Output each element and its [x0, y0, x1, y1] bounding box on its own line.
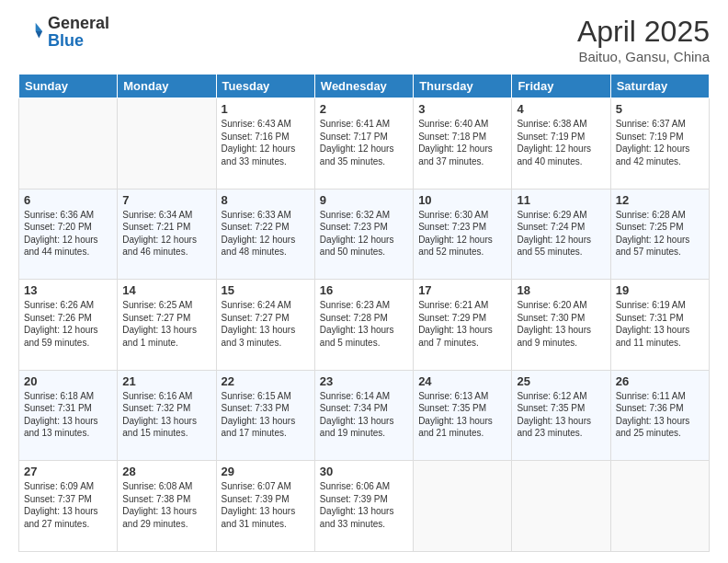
calendar-cell: 14Sunrise: 6:25 AM Sunset: 7:27 PM Dayli…	[118, 280, 216, 371]
calendar-cell: 25Sunrise: 6:12 AM Sunset: 7:35 PM Dayli…	[512, 370, 610, 461]
calendar-cell: 17Sunrise: 6:21 AM Sunset: 7:29 PM Dayli…	[414, 280, 512, 371]
cell-day-number: 8	[222, 193, 310, 207]
cell-info: Sunrise: 6:32 AM Sunset: 7:23 PM Dayligh…	[320, 209, 408, 259]
cell-info: Sunrise: 6:23 AM Sunset: 7:28 PM Dayligh…	[320, 299, 408, 349]
cell-info: Sunrise: 6:29 AM Sunset: 7:24 PM Dayligh…	[517, 209, 605, 259]
main-title: April 2025	[577, 15, 710, 49]
cell-day-number: 15	[222, 283, 310, 297]
calendar-cell: 30Sunrise: 6:06 AM Sunset: 7:39 PM Dayli…	[314, 461, 413, 552]
calendar-cell: 2Sunrise: 6:41 AM Sunset: 7:17 PM Daylig…	[314, 98, 413, 190]
calendar-cell: 3Sunrise: 6:40 AM Sunset: 7:18 PM Daylig…	[414, 98, 512, 190]
col-header-wednesday: Wednesday	[314, 75, 413, 98]
calendar-cell: 10Sunrise: 6:30 AM Sunset: 7:23 PM Dayli…	[414, 189, 512, 280]
calendar-cell: 21Sunrise: 6:16 AM Sunset: 7:32 PM Dayli…	[118, 370, 216, 461]
cell-info: Sunrise: 6:34 AM Sunset: 7:21 PM Dayligh…	[122, 209, 210, 259]
calendar-cell: 8Sunrise: 6:33 AM Sunset: 7:22 PM Daylig…	[216, 189, 314, 280]
cell-info: Sunrise: 6:30 AM Sunset: 7:23 PM Dayligh…	[418, 209, 506, 259]
cell-info: Sunrise: 6:37 AM Sunset: 7:19 PM Dayligh…	[616, 118, 704, 167]
col-header-tuesday: Tuesday	[216, 75, 314, 98]
header: General Blue April 2025 Baituo, Gansu, C…	[18, 15, 710, 64]
cell-day-number: 2	[320, 102, 408, 116]
calendar-cell	[118, 98, 216, 190]
cell-info: Sunrise: 6:08 AM Sunset: 7:38 PM Dayligh…	[122, 480, 210, 530]
cell-day-number: 4	[517, 102, 605, 116]
cell-day-number: 13	[24, 283, 112, 297]
logo: General Blue	[18, 15, 109, 50]
cell-info: Sunrise: 6:14 AM Sunset: 7:34 PM Dayligh…	[320, 390, 408, 440]
cell-day-number: 19	[616, 283, 704, 297]
calendar-cell: 18Sunrise: 6:20 AM Sunset: 7:30 PM Dayli…	[512, 280, 610, 371]
title-block: April 2025 Baituo, Gansu, China	[577, 15, 710, 64]
calendar-cell: 19Sunrise: 6:19 AM Sunset: 7:31 PM Dayli…	[610, 280, 709, 371]
cell-day-number: 24	[418, 374, 506, 388]
cell-day-number: 21	[122, 374, 210, 388]
cell-day-number: 9	[320, 193, 408, 207]
logo-icon	[18, 19, 44, 45]
calendar-cell: 4Sunrise: 6:38 AM Sunset: 7:19 PM Daylig…	[512, 98, 610, 190]
cell-day-number: 30	[320, 465, 408, 478]
calendar-cell: 15Sunrise: 6:24 AM Sunset: 7:27 PM Dayli…	[216, 280, 314, 371]
svg-marker-0	[36, 23, 42, 31]
cell-day-number: 20	[24, 374, 112, 388]
cell-day-number: 27	[24, 465, 112, 478]
cell-day-number: 23	[320, 374, 408, 388]
cell-info: Sunrise: 6:12 AM Sunset: 7:35 PM Dayligh…	[517, 390, 605, 440]
cell-info: Sunrise: 6:18 AM Sunset: 7:31 PM Dayligh…	[24, 390, 112, 440]
logo-text: General Blue	[48, 15, 109, 50]
calendar-cell	[414, 461, 512, 552]
col-header-saturday: Saturday	[610, 75, 709, 98]
svg-marker-1	[36, 31, 42, 38]
cell-info: Sunrise: 6:36 AM Sunset: 7:20 PM Dayligh…	[24, 209, 112, 259]
col-header-thursday: Thursday	[414, 75, 512, 98]
calendar-cell: 12Sunrise: 6:28 AM Sunset: 7:25 PM Dayli…	[610, 189, 709, 280]
cell-info: Sunrise: 6:06 AM Sunset: 7:39 PM Dayligh…	[320, 480, 408, 530]
cell-day-number: 10	[418, 193, 506, 207]
calendar-cell: 6Sunrise: 6:36 AM Sunset: 7:20 PM Daylig…	[19, 189, 118, 280]
cell-info: Sunrise: 6:41 AM Sunset: 7:17 PM Dayligh…	[320, 118, 408, 167]
cell-info: Sunrise: 6:43 AM Sunset: 7:16 PM Dayligh…	[222, 118, 310, 167]
calendar-cell: 22Sunrise: 6:15 AM Sunset: 7:33 PM Dayli…	[216, 370, 314, 461]
calendar-cell: 1Sunrise: 6:43 AM Sunset: 7:16 PM Daylig…	[216, 98, 314, 190]
cell-info: Sunrise: 6:16 AM Sunset: 7:32 PM Dayligh…	[122, 390, 210, 440]
cell-info: Sunrise: 6:26 AM Sunset: 7:26 PM Dayligh…	[24, 299, 112, 349]
col-header-friday: Friday	[512, 75, 610, 98]
cell-info: Sunrise: 6:09 AM Sunset: 7:37 PM Dayligh…	[24, 480, 112, 530]
cell-day-number: 26	[616, 374, 704, 388]
cell-day-number: 28	[122, 465, 210, 478]
cell-info: Sunrise: 6:15 AM Sunset: 7:33 PM Dayligh…	[222, 390, 310, 440]
page: General Blue April 2025 Baituo, Gansu, C…	[0, 0, 728, 563]
cell-day-number: 11	[517, 193, 605, 207]
cell-day-number: 18	[517, 283, 605, 297]
calendar-cell: 13Sunrise: 6:26 AM Sunset: 7:26 PM Dayli…	[19, 280, 118, 371]
cell-info: Sunrise: 6:07 AM Sunset: 7:39 PM Dayligh…	[222, 480, 310, 530]
cell-day-number: 7	[122, 193, 210, 207]
cell-day-number: 16	[320, 283, 408, 297]
calendar-cell: 24Sunrise: 6:13 AM Sunset: 7:35 PM Dayli…	[414, 370, 512, 461]
cell-info: Sunrise: 6:11 AM Sunset: 7:36 PM Dayligh…	[616, 390, 704, 440]
cell-day-number: 17	[418, 283, 506, 297]
calendar-table: SundayMondayTuesdayWednesdayThursdayFrid…	[18, 74, 710, 552]
cell-day-number: 22	[222, 374, 310, 388]
calendar-cell: 7Sunrise: 6:34 AM Sunset: 7:21 PM Daylig…	[118, 189, 216, 280]
calendar-cell: 27Sunrise: 6:09 AM Sunset: 7:37 PM Dayli…	[19, 461, 118, 552]
calendar-cell: 11Sunrise: 6:29 AM Sunset: 7:24 PM Dayli…	[512, 189, 610, 280]
col-header-sunday: Sunday	[19, 75, 118, 98]
calendar-cell: 26Sunrise: 6:11 AM Sunset: 7:36 PM Dayli…	[610, 370, 709, 461]
cell-info: Sunrise: 6:20 AM Sunset: 7:30 PM Dayligh…	[517, 299, 605, 349]
calendar-cell	[610, 461, 709, 552]
cell-day-number: 29	[222, 465, 310, 478]
cell-day-number: 1	[222, 102, 310, 116]
cell-info: Sunrise: 6:21 AM Sunset: 7:29 PM Dayligh…	[418, 299, 506, 349]
cell-day-number: 12	[616, 193, 704, 207]
subtitle: Baituo, Gansu, China	[577, 49, 710, 64]
cell-info: Sunrise: 6:25 AM Sunset: 7:27 PM Dayligh…	[122, 299, 210, 349]
calendar-cell: 20Sunrise: 6:18 AM Sunset: 7:31 PM Dayli…	[19, 370, 118, 461]
calendar-cell: 23Sunrise: 6:14 AM Sunset: 7:34 PM Dayli…	[314, 370, 413, 461]
cell-info: Sunrise: 6:19 AM Sunset: 7:31 PM Dayligh…	[616, 299, 704, 349]
calendar-cell: 5Sunrise: 6:37 AM Sunset: 7:19 PM Daylig…	[610, 98, 709, 190]
calendar-cell: 29Sunrise: 6:07 AM Sunset: 7:39 PM Dayli…	[216, 461, 314, 552]
cell-info: Sunrise: 6:13 AM Sunset: 7:35 PM Dayligh…	[418, 390, 506, 440]
cell-info: Sunrise: 6:38 AM Sunset: 7:19 PM Dayligh…	[517, 118, 605, 167]
cell-day-number: 3	[418, 102, 506, 116]
cell-day-number: 6	[24, 193, 112, 207]
